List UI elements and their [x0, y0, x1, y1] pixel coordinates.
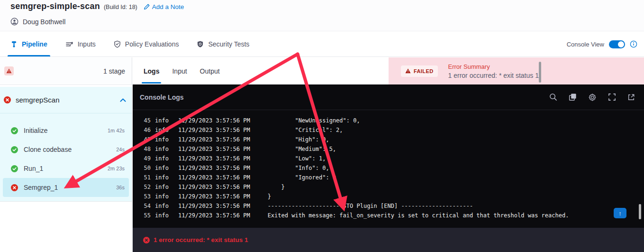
tab-security-tests[interactable]: Security Tests [197, 32, 249, 56]
console-view-control: Console View [567, 32, 637, 56]
log-message: "Ignored": 0 [268, 173, 336, 182]
failed-badge: FAILED [401, 65, 438, 77]
tab-policy-evaluations[interactable]: Policy Evaluations [114, 32, 179, 56]
step-row[interactable]: Run_1 2m 23s [3, 159, 129, 178]
step-name: Semgrep_1 [24, 184, 116, 191]
log-line-number: 51 [133, 173, 151, 182]
execution-sidebar: 1 stage semgrepScan Initialize 1m 42s C [0, 57, 132, 252]
log-timestamp: 11/29/2023 3:57:56 PM [178, 154, 250, 163]
console-view-toggle[interactable] [609, 40, 625, 48]
policy-shield-icon [114, 40, 121, 48]
log-line: 50 info 11/29/2023 3:57:56 PM "Info": 0, [133, 163, 644, 173]
console-toolbar [549, 93, 635, 102]
log-tab[interactable]: Logs [143, 57, 160, 84]
main-panel: Logs Input Output FAILED Error Summary 1… [133, 57, 644, 252]
log-level: info [155, 173, 169, 182]
error-summary-scrollbar[interactable] [539, 62, 541, 83]
security-shield-icon [197, 40, 204, 48]
inputs-icon [65, 41, 73, 48]
stage-header: 1 stage [0, 57, 132, 85]
settings-gear-icon[interactable] [588, 93, 597, 102]
log-timestamp: 11/29/2023 3:57:56 PM [178, 144, 250, 154]
step-name: Clone codebase [24, 146, 116, 153]
search-icon[interactable] [549, 93, 557, 101]
toggle-knob [618, 41, 624, 47]
add-note-label: Add a Note [152, 3, 184, 10]
step-name: Initialize [24, 127, 108, 134]
step-success-icon [11, 146, 18, 153]
external-link-icon[interactable] [627, 93, 635, 101]
error-summary-text: Error Summary 1 error occurred: * exit s… [448, 63, 539, 79]
log-line: 54 info 11/29/2023 3:57:56 PM ----------… [133, 201, 644, 211]
log-line: 55 info 11/29/2023 3:57:56 PM Exited wit… [133, 211, 644, 220]
step-duration: 1m 42s [108, 128, 125, 133]
log-level: info [155, 135, 169, 144]
console-error-footer: 1 error occurred: * exit status 1 [133, 228, 644, 252]
step-row[interactable]: Semgrep_1 36s [3, 178, 129, 197]
stage-fail-icon [4, 96, 11, 103]
log-level: info [155, 201, 169, 211]
log-line: 51 info 11/29/2023 3:57:56 PM "Ignored":… [133, 173, 644, 182]
log-message: "Low": 1, [268, 154, 326, 163]
log-line-number: 45 [133, 116, 151, 125]
step-success-icon [11, 127, 18, 134]
log-line-number: 52 [133, 182, 151, 192]
log-message: --------------------- STO Plugin [END] -… [268, 201, 473, 211]
error-summary-message: 1 error occurred: * exit status 1 [448, 72, 539, 79]
footer-error-message: 1 error occurred: * exit status 1 [154, 236, 248, 243]
copy-icon[interactable] [569, 93, 577, 101]
fullscreen-icon[interactable] [608, 93, 616, 101]
step-fail-icon [11, 184, 18, 191]
log-timestamp: 11/29/2023 3:57:56 PM [178, 182, 250, 192]
log-line: 53 info 11/29/2023 3:57:56 PM } [133, 192, 644, 201]
step-row[interactable]: Initialize 1m 42s [3, 121, 129, 140]
step-list: Initialize 1m 42s Clone codebase 24s Run… [0, 113, 132, 197]
step-duration: 2m 23s [108, 166, 125, 171]
main-tabbar: Pipeline Inputs Policy Evaluations Secur… [0, 32, 644, 57]
up-arrow-icon: ↑ [618, 210, 622, 217]
tab-pipeline-label: Pipeline [22, 40, 47, 48]
log-line-number: 50 [133, 163, 151, 173]
console-scrollbar[interactable] [639, 204, 641, 219]
step-name: Run_1 [24, 165, 108, 172]
log-tab-label: Output [200, 67, 220, 75]
log-timestamp: 11/29/2023 3:57:56 PM [178, 173, 250, 182]
stage-name: semgrepScan [16, 96, 120, 104]
log-timestamp: 11/29/2023 3:57:56 PM [178, 211, 250, 220]
stage-row-semgrepscan[interactable]: semgrepScan [0, 87, 132, 113]
scroll-to-top-button[interactable]: ↑ [614, 208, 626, 218]
log-line: 52 info 11/29/2023 3:57:56 PM } [133, 182, 644, 192]
log-line-number: 55 [133, 211, 151, 220]
log-message: "NewUnassigned": 0, [268, 116, 360, 125]
log-level: info [155, 116, 169, 125]
pencil-icon [144, 4, 150, 10]
info-icon[interactable] [630, 40, 637, 48]
log-message: } [268, 192, 271, 201]
log-line: 46 info 11/29/2023 3:57:56 PM "Critical"… [133, 125, 644, 135]
chevron-up-icon[interactable] [120, 98, 126, 102]
warning-triangle-icon [6, 68, 12, 74]
log-level: info [155, 182, 169, 192]
stage-section: semgrepScan Initialize 1m 42s Clone code… [0, 87, 132, 202]
log-message: "High": 0, [268, 135, 329, 144]
log-level: info [155, 163, 169, 173]
tab-pipeline[interactable]: Pipeline [10, 32, 47, 56]
author-name: Doug Bothwell [23, 18, 65, 26]
log-tabs: Logs Input Output [143, 57, 221, 84]
tab-inputs[interactable]: Inputs [65, 32, 96, 56]
log-line-number: 46 [133, 125, 151, 135]
add-note-button[interactable]: Add a Note [144, 3, 184, 10]
log-level: info [155, 192, 169, 201]
log-level: info [155, 125, 169, 135]
tab-inputs-label: Inputs [78, 40, 96, 48]
user-avatar-icon [10, 18, 18, 26]
console-logs-panel: Console Logs 45 info 11/29/2023 3:57:56 … [133, 84, 644, 228]
log-timestamp: 11/29/2023 3:57:56 PM [178, 135, 250, 144]
log-tab[interactable]: Input [171, 57, 188, 84]
log-message: Exited with message: fail_on_severity is… [268, 211, 569, 220]
log-tab[interactable]: Output [199, 57, 221, 84]
step-row[interactable]: Clone codebase 24s [3, 140, 129, 159]
log-message: "Medium": 5, [268, 144, 336, 154]
log-tab-label: Logs [144, 67, 159, 75]
log-timestamp: 11/29/2023 3:57:56 PM [178, 163, 250, 173]
